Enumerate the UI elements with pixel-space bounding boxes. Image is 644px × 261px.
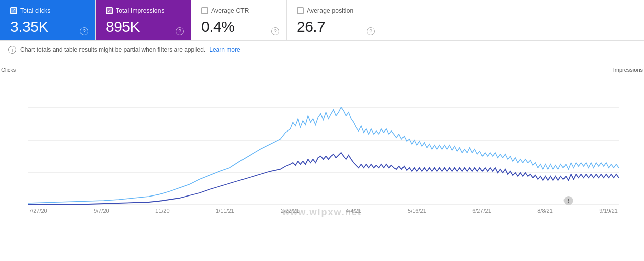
notice-text: Chart totals and table results might be … <box>20 46 205 53</box>
y-left-axis-title: Clicks <box>1 67 16 73</box>
x-label-1: 9/7/20 <box>94 208 109 214</box>
chart-svg: 24 16 8 0 6K 4K 2K 0 ! <box>28 75 619 206</box>
x-label-4: 2/22/21 <box>281 208 299 214</box>
total-impressions-checkbox[interactable]: ✓ <box>106 7 113 14</box>
y-axis-right-title: Impressions <box>613 67 643 73</box>
x-axis-labels: 7/27/20 9/7/20 11/20 1/11/21 2/22/21 4/4… <box>28 208 619 214</box>
total-impressions-info-icon[interactable]: ? <box>176 27 184 35</box>
metric-card-total-impressions[interactable]: ✓ Total Impressions 895K ? <box>96 0 191 40</box>
info-icon: i <box>8 46 16 54</box>
x-label-5: 4/4/21 <box>346 208 361 214</box>
total-impressions-label: Total Impressions <box>116 7 165 14</box>
average-ctr-checkbox[interactable]: ✓ <box>201 7 208 14</box>
x-label-6: 5/16/21 <box>408 208 426 214</box>
x-label-3: 1/11/21 <box>216 208 234 214</box>
total-clicks-info-icon[interactable]: ? <box>80 27 88 35</box>
x-label-9: 9/19/21 <box>599 208 618 214</box>
x-label-7: 6/27/21 <box>472 208 491 214</box>
x-label-8: 8/8/21 <box>537 208 553 214</box>
average-position-checkbox[interactable]: ✓ <box>297 7 304 14</box>
y-axis-left: Clicks <box>1 67 16 74</box>
metric-card-total-clicks[interactable]: ✓ Total clicks 3.35K ? <box>0 0 96 40</box>
average-position-value: 26.7 <box>297 18 372 35</box>
svg-text:!: ! <box>568 198 570 204</box>
learn-more-link[interactable]: Learn more <box>209 46 240 53</box>
x-label-2: 11/20 <box>155 208 170 214</box>
total-clicks-value: 3.35K <box>10 18 85 35</box>
average-position-label: Average position <box>307 7 353 14</box>
y-right-axis-title: Impressions <box>613 67 643 73</box>
chart-container: Clicks Impressions 24 16 8 0 6K 4K 2K 0 … <box>0 59 644 232</box>
metric-card-average-position[interactable]: ✓ Average position 26.7 ? <box>287 0 382 40</box>
x-label-0: 7/27/20 <box>29 208 47 214</box>
total-clicks-checkbox[interactable]: ✓ <box>10 7 17 14</box>
total-impressions-value: 895K <box>106 18 181 35</box>
notice-bar: i Chart totals and table results might b… <box>0 41 644 59</box>
metrics-row: ✓ Total clicks 3.35K ? ✓ Total Impressio… <box>0 0 644 41</box>
metric-card-average-ctr[interactable]: ✓ Average CTR 0.4% ? <box>191 0 287 40</box>
average-ctr-info-icon[interactable]: ? <box>271 27 279 35</box>
impressions-line <box>28 107 619 203</box>
average-ctr-value: 0.4% <box>201 18 276 35</box>
average-ctr-label: Average CTR <box>211 7 249 14</box>
average-position-info-icon[interactable]: ? <box>367 27 375 35</box>
total-clicks-label: Total clicks <box>20 7 50 14</box>
